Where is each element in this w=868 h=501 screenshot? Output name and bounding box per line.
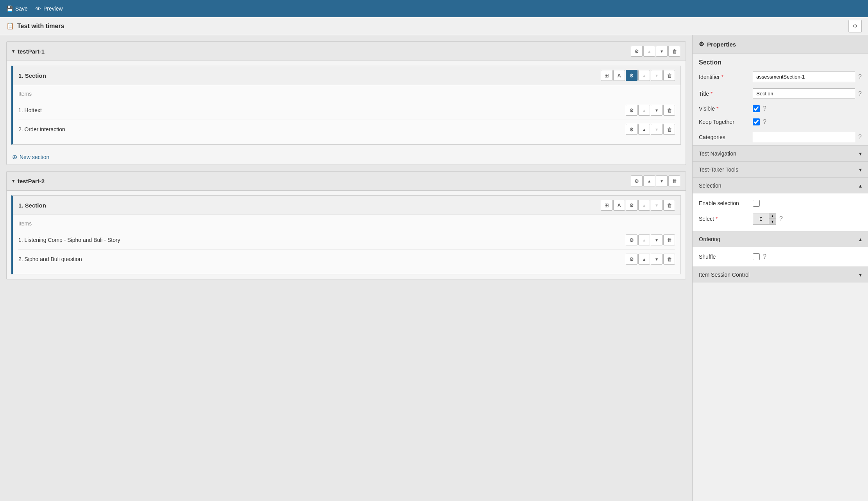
shuffle-label: Shuffle bbox=[699, 254, 750, 260]
item-row: 2. Order interaction ⚙ ▲ ▼ 🗑 bbox=[18, 120, 675, 139]
visible-label: Visible * bbox=[699, 106, 750, 112]
collapse-icon[interactable]: ▾ bbox=[12, 178, 14, 184]
section-move-down-button[interactable]: ▼ bbox=[651, 70, 663, 81]
spinner-down-button[interactable]: ▼ bbox=[769, 219, 776, 224]
document-settings-button[interactable]: ⚙ bbox=[848, 20, 862, 32]
item-settings-button[interactable]: ⚙ bbox=[626, 234, 638, 245]
test-part-title: ▾ testPart-1 bbox=[12, 48, 45, 55]
section-move-up-button[interactable]: ▲ bbox=[638, 70, 650, 81]
test-navigation-label: Test Navigation bbox=[699, 150, 736, 157]
preview-label: Preview bbox=[43, 5, 63, 12]
gear-icon: ⚙ bbox=[634, 178, 639, 184]
visible-checkbox[interactable] bbox=[753, 105, 760, 112]
categories-help[interactable]: ? bbox=[858, 134, 862, 141]
item-settings-button[interactable]: ⚙ bbox=[626, 124, 638, 135]
right-panel: ⚙ Properties Section Identifier * ? Titl… bbox=[692, 35, 868, 501]
arrow-up-icon: ▲ bbox=[642, 238, 646, 242]
preview-button[interactable]: 👁 Preview bbox=[36, 5, 63, 12]
selection-header[interactable]: Selection ▴ bbox=[693, 178, 868, 193]
item-move-down-button[interactable]: ▼ bbox=[651, 124, 663, 135]
title-input[interactable] bbox=[753, 88, 855, 99]
shuffle-checkbox[interactable] bbox=[753, 253, 760, 260]
test-taker-tools-label: Test-Taker Tools bbox=[699, 166, 738, 173]
item-actions: ⚙ ▲ ▼ 🗑 bbox=[626, 124, 675, 135]
document-icon: 📋 bbox=[6, 22, 14, 30]
section-actions: ⊞ A ⚙ ▲ ▼ 🗑 bbox=[601, 200, 675, 211]
section-settings-button[interactable]: ⚙ bbox=[626, 70, 638, 81]
title-help[interactable]: ? bbox=[858, 90, 862, 97]
section-move-up-button[interactable]: ▲ bbox=[638, 200, 650, 211]
part-delete-button[interactable]: 🗑 bbox=[668, 46, 680, 57]
part-move-down-button[interactable]: ▼ bbox=[656, 46, 668, 57]
part-move-up-button[interactable]: ▲ bbox=[643, 46, 655, 57]
save-button[interactable]: 💾 Save bbox=[6, 5, 28, 12]
chevron-down-icon-3: ▾ bbox=[859, 272, 862, 278]
item-move-up-button[interactable]: ▲ bbox=[638, 105, 650, 116]
item-delete-button[interactable]: 🗑 bbox=[663, 234, 675, 245]
identifier-help[interactable]: ? bbox=[858, 73, 862, 81]
select-input[interactable] bbox=[753, 215, 769, 224]
item-settings-button[interactable]: ⚙ bbox=[626, 105, 638, 116]
section-title: 1. Section bbox=[18, 72, 46, 79]
test-part-testPart-2: ▾ testPart-2 ⚙ ▲ ▼ 🗑 1. Section ⊞ A ⚙ ▲ … bbox=[6, 171, 686, 279]
part-move-down-button[interactable]: ▼ bbox=[656, 175, 668, 186]
ordering-label: Ordering bbox=[699, 236, 720, 242]
part-settings-button[interactable]: ⚙ bbox=[631, 46, 643, 57]
section-delete-button[interactable]: 🗑 bbox=[663, 200, 675, 211]
item-move-down-button[interactable]: ▼ bbox=[651, 105, 663, 116]
item-session-control-header[interactable]: Item Session Control ▾ bbox=[693, 267, 868, 283]
categories-row: Categories ? bbox=[693, 129, 868, 145]
gear-icon: ⚙ bbox=[853, 23, 857, 29]
identifier-input[interactable] bbox=[753, 72, 855, 82]
item-move-down-button[interactable]: ▼ bbox=[651, 234, 663, 245]
part-move-up-button[interactable]: ▲ bbox=[643, 175, 655, 186]
select-spinner: ▲ ▼ bbox=[753, 213, 776, 225]
item-move-up-button[interactable]: ▲ bbox=[638, 254, 650, 265]
item-actions: ⚙ ▲ ▼ 🗑 bbox=[626, 105, 675, 116]
section-container-0-0: 1. Section ⊞ A ⚙ ▲ ▼ 🗑 Items1. Hottext ⚙… bbox=[11, 66, 681, 145]
part-delete-button[interactable]: 🗑 bbox=[668, 175, 680, 186]
trash-icon: 🗑 bbox=[667, 73, 672, 79]
shuffle-help[interactable]: ? bbox=[763, 253, 766, 260]
item-name: 1. Listening Comp - Sipho and Buli - Sto… bbox=[18, 237, 120, 243]
new-section-link[interactable]: ⊕ New section bbox=[7, 149, 686, 165]
part-title-text: testPart-2 bbox=[18, 178, 45, 184]
test-taker-tools-header[interactable]: Test-Taker Tools ▾ bbox=[693, 162, 868, 177]
chevron-down-icon: ▾ bbox=[859, 150, 862, 157]
new-section-label: New section bbox=[20, 154, 49, 160]
test-taker-tools-section: Test-Taker Tools ▾ bbox=[693, 161, 868, 177]
test-navigation-header[interactable]: Test Navigation ▾ bbox=[693, 146, 868, 161]
keep-together-help[interactable]: ? bbox=[763, 118, 766, 125]
categories-input[interactable] bbox=[753, 132, 855, 142]
section-text-button[interactable]: A bbox=[613, 200, 625, 211]
visible-help[interactable]: ? bbox=[763, 105, 766, 112]
collapse-icon[interactable]: ▾ bbox=[12, 48, 14, 54]
section-settings-button[interactable]: ⚙ bbox=[626, 200, 638, 211]
chevron-up-icon-2: ▴ bbox=[859, 236, 862, 242]
section-text-button[interactable]: A bbox=[613, 70, 625, 81]
section-layout-button[interactable]: ⊞ bbox=[601, 200, 613, 211]
item-delete-button[interactable]: 🗑 bbox=[663, 124, 675, 135]
section-header: 1. Section ⊞ A ⚙ ▲ ▼ 🗑 bbox=[13, 66, 680, 85]
arrow-down-icon: ▼ bbox=[655, 203, 659, 208]
section-delete-button[interactable]: 🗑 bbox=[663, 70, 675, 81]
section-move-down-button[interactable]: ▼ bbox=[651, 200, 663, 211]
item-row: 1. Listening Comp - Sipho and Buli - Sto… bbox=[18, 231, 675, 250]
spinner-up-button[interactable]: ▲ bbox=[769, 213, 776, 219]
item-delete-button[interactable]: 🗑 bbox=[663, 254, 675, 265]
item-settings-button[interactable]: ⚙ bbox=[626, 254, 638, 265]
part-settings-button[interactable]: ⚙ bbox=[631, 175, 643, 186]
selection-label: Selection bbox=[699, 183, 722, 189]
enable-selection-checkbox[interactable] bbox=[753, 200, 760, 207]
select-help[interactable]: ? bbox=[779, 215, 783, 222]
item-move-up-button[interactable]: ▲ bbox=[638, 124, 650, 135]
item-delete-button[interactable]: 🗑 bbox=[663, 105, 675, 116]
section-layout-button[interactable]: ⊞ bbox=[601, 70, 613, 81]
select-row: Select * ▲ ▼ ? bbox=[693, 210, 868, 228]
keep-together-checkbox[interactable] bbox=[753, 118, 760, 125]
ordering-header[interactable]: Ordering ▴ bbox=[693, 231, 868, 247]
item-move-down-button[interactable]: ▼ bbox=[651, 254, 663, 265]
section-actions: ⊞ A ⚙ ▲ ▼ 🗑 bbox=[601, 70, 675, 81]
item-name: 2. Sipho and Buli question bbox=[18, 256, 82, 262]
item-move-up-button[interactable]: ▲ bbox=[638, 234, 650, 245]
